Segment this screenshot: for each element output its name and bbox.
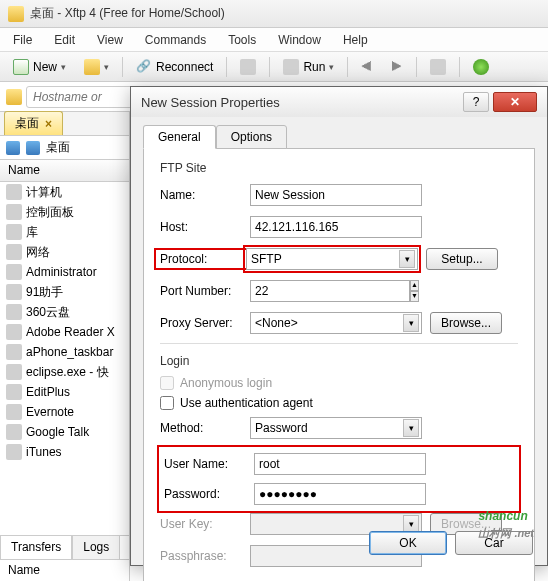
menu-window[interactable]: Window <box>273 31 326 49</box>
name-label: Name: <box>160 188 250 202</box>
list-item[interactable]: 控制面板 <box>0 202 129 222</box>
file-label: iTunes <box>26 445 62 459</box>
method-select[interactable]: Password ▾ <box>250 417 422 439</box>
menu-edit[interactable]: Edit <box>49 31 80 49</box>
file-label: 库 <box>26 224 38 241</box>
properties-button[interactable] <box>233 56 263 78</box>
setup-button[interactable]: Setup... <box>426 248 498 270</box>
file-label: 计算机 <box>26 184 62 201</box>
list-item[interactable]: iTunes <box>0 442 129 462</box>
tab-label: 桌面 <box>15 115 39 132</box>
dialog-titlebar: New Session Properties ? ✕ <box>131 87 547 117</box>
port-spinner[interactable]: ▲▼ <box>250 280 310 302</box>
list-item[interactable]: EditPlus <box>0 382 129 402</box>
help-button[interactable]: ? <box>463 92 489 112</box>
password-label: Password: <box>164 487 254 501</box>
separator <box>122 57 123 77</box>
protocol-select[interactable]: SFTP ▾ <box>246 248 418 270</box>
title-bar: 桌面 - Xftp 4 (Free for Home/School) <box>0 0 548 28</box>
file-label: aPhone_taskbar <box>26 345 113 359</box>
breadcrumb: 桌面 <box>0 136 129 160</box>
proxy-select[interactable]: <None> ▾ <box>250 312 422 334</box>
menu-bar: File Edit View Commands Tools Window Hel… <box>0 28 548 52</box>
file-label: 360云盘 <box>26 304 70 321</box>
transfer-button[interactable] <box>423 56 453 78</box>
name-input[interactable] <box>250 184 422 206</box>
menu-file[interactable]: File <box>8 31 37 49</box>
list-item[interactable]: 计算机 <box>0 182 129 202</box>
transfer-icon <box>430 59 446 75</box>
run-button[interactable]: Run▾ <box>276 56 341 78</box>
tab-transfers[interactable]: Transfers <box>0 535 72 559</box>
new-session-dialog: New Session Properties ? ✕ General Optio… <box>130 86 548 566</box>
tab-logs[interactable]: Logs <box>72 535 120 559</box>
password-input[interactable] <box>254 483 426 505</box>
new-button[interactable]: New▾ <box>6 56 73 78</box>
file-icon <box>6 364 22 380</box>
list-item[interactable]: eclipse.exe - 快 <box>0 362 129 382</box>
proxy-value: <None> <box>255 316 298 330</box>
method-value: Password <box>255 421 308 435</box>
port-input[interactable] <box>250 280 410 302</box>
name-header[interactable]: Name <box>0 160 129 182</box>
host-input[interactable] <box>250 216 422 238</box>
list-item[interactable]: Adobe Reader X <box>0 322 129 342</box>
close-icon[interactable]: × <box>45 117 52 131</box>
monitor-icon <box>26 141 40 155</box>
tab-general[interactable]: General <box>143 125 216 149</box>
list-item[interactable]: 网络 <box>0 242 129 262</box>
list-item[interactable]: 库 <box>0 222 129 242</box>
file-icon <box>6 204 22 220</box>
file-icon <box>6 384 22 400</box>
menu-commands[interactable]: Commands <box>140 31 211 49</box>
auth-agent-input[interactable] <box>160 396 174 410</box>
app-icon <box>8 6 24 22</box>
ftp-site-group: FTP Site <box>160 161 518 175</box>
file-label: 网络 <box>26 244 50 261</box>
ok-button[interactable]: OK <box>369 531 447 555</box>
file-label: Adobe Reader X <box>26 325 115 339</box>
list-item[interactable]: 91助手 <box>0 282 129 302</box>
tab-desktop[interactable]: 桌面 × <box>4 111 63 135</box>
menu-view[interactable]: View <box>92 31 128 49</box>
spin-down-icon[interactable]: ▼ <box>410 291 419 302</box>
file-icon <box>6 424 22 440</box>
shield-icon <box>473 59 489 75</box>
file-label: 91助手 <box>26 284 63 301</box>
bottom-tabs: Transfers Logs <box>0 535 129 559</box>
close-button[interactable]: ✕ <box>493 92 537 112</box>
list-item[interactable]: Administrator <box>0 262 129 282</box>
forward-button[interactable]: ⯈ <box>384 56 410 78</box>
chevron-down-icon: ▾ <box>61 62 66 72</box>
anonymous-label: Anonymous login <box>180 376 272 390</box>
file-label: Google Talk <box>26 425 89 439</box>
username-input[interactable] <box>254 453 426 475</box>
back-button[interactable]: ⯇ <box>354 56 380 78</box>
file-label: Evernote <box>26 405 74 419</box>
separator <box>459 57 460 77</box>
crumb-label[interactable]: 桌面 <box>46 139 70 156</box>
file-icon <box>6 244 22 260</box>
tab-options[interactable]: Options <box>216 125 287 149</box>
spin-up-icon[interactable]: ▲ <box>410 280 419 291</box>
chevron-down-icon: ▾ <box>403 419 419 437</box>
list-item[interactable]: Evernote <box>0 402 129 422</box>
file-icon <box>6 444 22 460</box>
list-item[interactable]: 360云盘 <box>0 302 129 322</box>
link-icon: 🔗 <box>136 59 152 75</box>
auth-agent-checkbox[interactable]: Use authentication agent <box>160 396 518 410</box>
menu-tools[interactable]: Tools <box>223 31 261 49</box>
separator <box>347 57 348 77</box>
file-icon <box>6 224 22 240</box>
shield-button[interactable] <box>466 56 496 78</box>
protocol-value: SFTP <box>251 252 282 266</box>
list-item[interactable]: aPhone_taskbar <box>0 342 129 362</box>
arrow-left-icon: ⯇ <box>361 60 373 74</box>
reconnect-button[interactable]: 🔗Reconnect <box>129 56 220 78</box>
auth-agent-label: Use authentication agent <box>180 396 313 410</box>
menu-help[interactable]: Help <box>338 31 373 49</box>
list-item[interactable]: Google Talk <box>0 422 129 442</box>
cancel-button[interactable]: Car <box>455 531 533 555</box>
browse-proxy-button[interactable]: Browse... <box>430 312 502 334</box>
open-button[interactable]: ▾ <box>77 56 116 78</box>
